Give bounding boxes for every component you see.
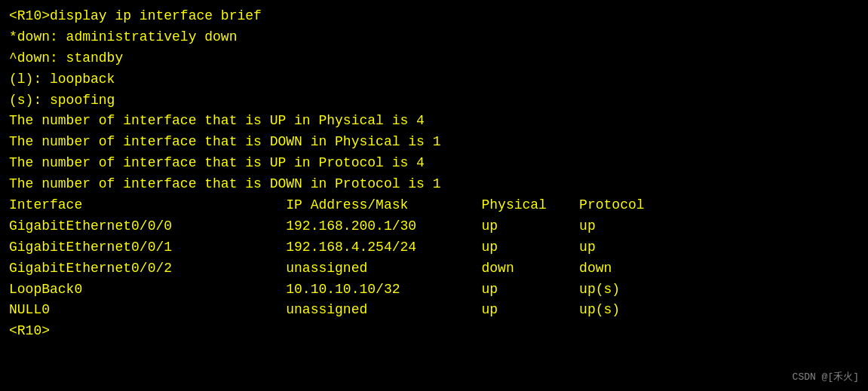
terminal-line: LoopBack0 10.10.10.10/32 up up(s) [9,280,859,301]
terminal-line: (s): spoofing [9,90,859,111]
terminal-line: GigabitEthernet0/0/0 192.168.200.1/30 up… [9,216,859,237]
terminal-line: GigabitEthernet0/0/2 unassigned down dow… [9,258,859,280]
terminal-line: <R10> [9,321,859,342]
terminal-line: The number of interface that is UP in Ph… [9,111,859,132]
terminal-line: GigabitEthernet0/0/1 192.168.4.254/24 up… [9,237,859,258]
terminal-line: The number of interface that is UP in Pr… [9,153,859,174]
terminal-output: <R10>display ip interface brief*down: ad… [9,6,859,342]
terminal-line: ^down: standby [9,48,859,69]
terminal-line: NULL0 unassigned up up(s) [9,300,859,321]
terminal-line: (l): loopback [9,69,859,90]
watermark: CSDN @[禾火] [793,370,859,385]
terminal-line: <R10>display ip interface brief [9,6,859,27]
terminal-line: The number of interface that is DOWN in … [9,174,859,195]
terminal-line: *down: administratively down [9,27,859,48]
terminal-line: The number of interface that is DOWN in … [9,132,859,153]
terminal-line: Interface IP Address/Mask Physical Proto… [9,195,859,216]
terminal-window: <R10>display ip interface brief*down: ad… [0,0,868,391]
